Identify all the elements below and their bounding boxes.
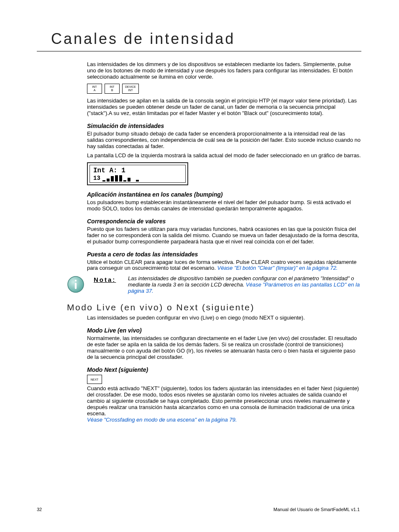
footer-right-text: Manual del Usuario de SmartFadeML v1.1 bbox=[274, 507, 360, 512]
note-label: Nota: bbox=[94, 276, 120, 283]
simulation-p2: La pantalla LCD de la izquierda mostrará… bbox=[87, 153, 361, 159]
device-int-line2: INT bbox=[128, 89, 133, 92]
lcd-line1: Int A: 1 bbox=[93, 167, 182, 174]
lcd-bar-row: 13 bbox=[93, 175, 182, 182]
live-mode-heading: Modo Live (en vivo) bbox=[87, 327, 361, 334]
int-b-line2: B bbox=[111, 89, 113, 92]
svg-rect-2 bbox=[75, 283, 77, 289]
int-b-button[interactable]: INT B bbox=[105, 84, 120, 94]
page-number: 32 bbox=[37, 507, 42, 512]
title-rule bbox=[37, 51, 361, 51]
zero-paragraph: Utilice el botón CLEAR para apagar luces… bbox=[87, 259, 361, 272]
note-block: Nota: Las intensidades de dispositivo ta… bbox=[87, 276, 361, 295]
lcd-display: Int A: 1 13 bbox=[87, 162, 188, 185]
device-int-button[interactable]: DEVICE INT bbox=[122, 84, 139, 94]
int-b-line1: INT bbox=[110, 85, 114, 88]
int-a-line1: INT bbox=[92, 85, 97, 88]
next-button-label: NEXT bbox=[91, 378, 99, 381]
live-intro-paragraph: Las intensidades se pueden configurar en… bbox=[87, 315, 361, 321]
bar-icon bbox=[128, 178, 130, 182]
simulation-p1: El pulsador bump situado debajo de cada … bbox=[87, 131, 361, 150]
bar-icon bbox=[102, 180, 105, 182]
correspondence-heading: Correspondencia de valores bbox=[87, 218, 361, 225]
bar-icon bbox=[111, 176, 114, 182]
bar-icon bbox=[119, 175, 122, 182]
bumping-paragraph: Los pulsadores bump establecerán instant… bbox=[87, 200, 361, 212]
live-next-heading: Modo Live (en vivo) o Next (siguiente) bbox=[67, 302, 361, 312]
bar-icon bbox=[123, 180, 126, 182]
lcd-value: 13 bbox=[93, 175, 100, 182]
info-icon bbox=[67, 276, 86, 295]
clear-link[interactable]: Véase "El botón "Clear" (limpiar)" en la… bbox=[217, 265, 338, 271]
next-button[interactable]: NEXT bbox=[87, 375, 102, 384]
zero-heading: Puesta a cero de todas las intensidades bbox=[87, 251, 361, 258]
int-a-line2: A bbox=[94, 89, 96, 92]
intensity-mode-buttons: INT A INT B DEVICE INT bbox=[87, 84, 361, 94]
bar-icon bbox=[107, 179, 110, 182]
note-text: Las intensidades de dispositivo también … bbox=[128, 276, 361, 294]
live-mode-paragraph: Normalmente, las intensidades se configu… bbox=[87, 335, 361, 361]
simulation-heading: Simulación de intensidades bbox=[87, 123, 361, 129]
bumping-heading: Aplicación instantánea en los canales (b… bbox=[87, 191, 361, 198]
intro-text: Las intensidades de los dimmers y de los… bbox=[87, 61, 361, 80]
next-mode-paragraph: Cuando está activado "NEXT" (siguiente),… bbox=[87, 386, 361, 423]
int-a-button[interactable]: INT A bbox=[87, 84, 102, 94]
bar-icon bbox=[115, 175, 118, 182]
next-mode-heading: Modo Next (siguiente) bbox=[87, 366, 361, 373]
device-int-line1: DEVICE bbox=[125, 85, 136, 88]
page-footer: 32 Manual del Usuario de SmartFadeML v1.… bbox=[37, 507, 360, 512]
correspondence-paragraph: Puesto que los faders se utilizan para m… bbox=[87, 226, 361, 245]
svg-point-1 bbox=[75, 280, 77, 281]
next-text: Cuando está activado "NEXT" (siguiente),… bbox=[87, 385, 359, 417]
crossfading-link[interactable]: Véase "Crossfading en modo de una escena… bbox=[87, 417, 237, 423]
bar-icon bbox=[136, 180, 139, 182]
htp-paragraph: Las intensidades se apilan en la salida … bbox=[87, 98, 361, 117]
page-title: Canales de intensidad bbox=[51, 30, 361, 48]
